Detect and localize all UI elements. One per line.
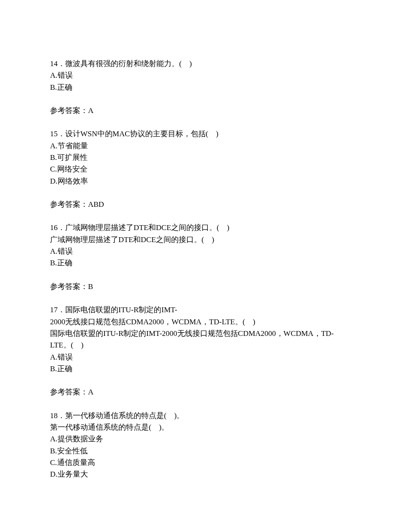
answer-text: 参考答案：A — [50, 105, 361, 117]
question-repeat: 第一代移动通信系统的特点是( )。 — [50, 422, 361, 433]
option-d: D.网络效率 — [50, 176, 361, 187]
question-16: 16．广域网物理层描述了DTE和DCE之间的接口。( ) 广域网物理层描述了DT… — [50, 222, 361, 293]
question-17: 17．国际电信联盟的ITU-R制定的IMT- 2000无线接口规范包括CDMA2… — [50, 304, 361, 398]
option-a: A.错误 — [50, 352, 361, 363]
option-a: A.错误 — [50, 246, 361, 257]
answer-text: 参考答案：A — [50, 386, 361, 398]
question-repeat-line1: 国际电信联盟的ITU-R制定的IMT-2000无线接口规范包括CDMA2000，… — [50, 328, 361, 339]
option-b: B.正确 — [50, 82, 361, 93]
option-b: B.正确 — [50, 363, 361, 375]
answer-text: 参考答案：B — [50, 281, 361, 293]
question-title: 14．微波具有很强的衍射和绕射能力。( ) — [50, 58, 361, 70]
question-title: 15．设计WSN中的MAC协议的主要目标，包括( ) — [50, 128, 361, 140]
question-repeat: 广域网物理层描述了DTE和DCE之间的接口。( ) — [50, 234, 361, 246]
question-18: 18．第一代移动通信系统的特点是( )。 第一代移动通信系统的特点是( )。 A… — [50, 410, 361, 481]
question-title-line1: 17．国际电信联盟的ITU-R制定的IMT- — [50, 304, 361, 316]
question-title: 16．广域网物理层描述了DTE和DCE之间的接口。( ) — [50, 222, 361, 234]
question-title-line2: 2000无线接口规范包括CDMA2000，WCDMA，TD-LTE。( ) — [50, 316, 361, 328]
answer-text: 参考答案：ABD — [50, 199, 361, 210]
option-a: A.节省能量 — [50, 140, 361, 152]
option-c: C.通信质量高 — [50, 457, 361, 469]
option-b: B.安全性低 — [50, 445, 361, 457]
question-15: 15．设计WSN中的MAC协议的主要目标，包括( ) A.节省能量 B.可扩展性… — [50, 128, 361, 210]
option-a: A.提供数据业务 — [50, 433, 361, 445]
option-b: B.可扩展性 — [50, 152, 361, 163]
question-repeat-line2: LTE。( ) — [50, 339, 361, 351]
question-14: 14．微波具有很强的衍射和绕射能力。( ) A.错误 B.正确 参考答案：A — [50, 58, 361, 117]
option-b: B.正确 — [50, 257, 361, 269]
question-title: 18．第一代移动通信系统的特点是( )。 — [50, 410, 361, 422]
option-c: C.网络安全 — [50, 163, 361, 175]
option-d: D.业务量大 — [50, 469, 361, 480]
option-a: A.错误 — [50, 70, 361, 81]
